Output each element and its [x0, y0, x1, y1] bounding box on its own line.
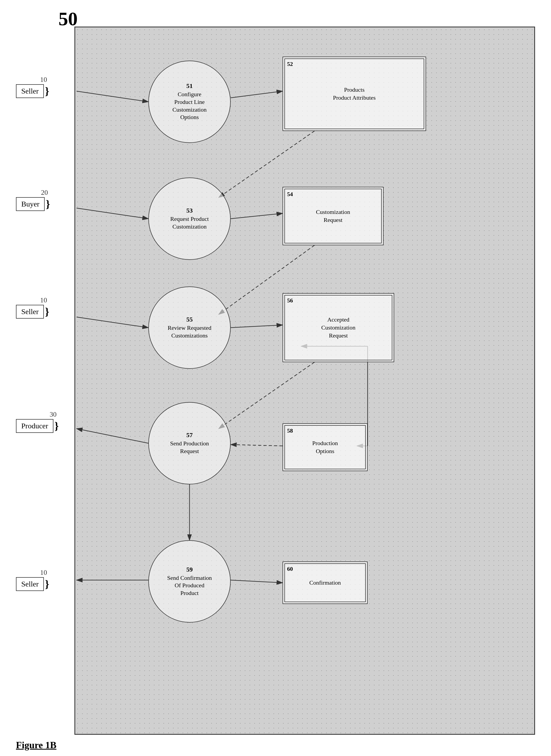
svg-line-11: [77, 429, 148, 443]
datastore-56-number: 56: [287, 297, 293, 304]
datastore-60-number: 60: [287, 566, 293, 572]
datastore-60: 60 Confirmation: [283, 562, 368, 604]
svg-line-12: [231, 445, 283, 446]
process-57: 57 Send ProductionRequest: [148, 402, 231, 485]
actor-producer-box: Producer: [16, 419, 53, 433]
process-59-label: Send ConfirmationOf ProducedProduct: [164, 574, 214, 597]
figure-caption: Figure 1B: [16, 740, 56, 751]
datastore-58-number: 58: [287, 427, 293, 434]
actor-seller1: 10 Seller }: [16, 76, 49, 98]
actor-seller2: 10 Seller }: [16, 296, 49, 318]
process-57-label: Send ProductionRequest: [167, 440, 211, 455]
actor-seller2-bracket: }: [45, 306, 49, 317]
datastore-58-label: ProductionOptions: [310, 439, 341, 455]
process-51: 51 ConfigureProduct LineCustomizationOpt…: [148, 61, 231, 143]
datastore-52-label: ProductsProduct Attributes: [331, 86, 379, 101]
process-53: 53 Request ProductCustomization: [148, 177, 231, 260]
actor-seller1-number: 10: [40, 76, 47, 84]
actor-seller2-number: 10: [40, 296, 47, 304]
actor-seller1-box: Seller: [16, 84, 44, 98]
datastore-52-number: 52: [287, 61, 293, 67]
datastore-58: 58 ProductionOptions: [283, 423, 368, 471]
svg-line-18: [231, 580, 283, 583]
svg-line-10: [219, 362, 315, 429]
actor-buyer-box: Buyer: [16, 197, 45, 211]
datastore-56: 56 AcceptedCustomizationRequest: [283, 293, 394, 362]
arrows-svg: [75, 27, 534, 734]
process-53-label: Request ProductCustomization: [168, 215, 211, 230]
process-55-number: 55: [186, 316, 193, 323]
actor-producer-number: 30: [50, 411, 57, 419]
process-59-number: 59: [186, 566, 193, 573]
svg-line-3: [231, 91, 283, 98]
process-53-number: 53: [186, 207, 193, 214]
actor-seller3-box: Seller: [16, 577, 44, 591]
process-51-number: 51: [186, 82, 193, 90]
diagram-container: 51 ConfigureProduct LineCustomizationOpt…: [74, 27, 535, 735]
process-55: 55 Review RequestedCustomizations: [148, 286, 231, 369]
svg-line-9: [231, 325, 283, 327]
svg-line-6: [231, 213, 283, 219]
datastore-54-label: CustomizationRequest: [314, 208, 353, 224]
actor-seller1-bracket: }: [45, 86, 49, 96]
actor-buyer: 20 Buyer }: [16, 189, 50, 211]
svg-line-8: [77, 317, 148, 327]
datastore-54: 54 CustomizationRequest: [283, 187, 384, 245]
process-55-label: Review RequestedCustomizations: [165, 324, 214, 339]
process-51-label: ConfigureProduct LineCustomizationOption…: [170, 91, 209, 121]
svg-line-2: [77, 91, 148, 102]
actor-seller3-number: 10: [40, 569, 47, 577]
actor-producer-bracket: }: [54, 421, 59, 431]
datastore-60-label: Confirmation: [307, 579, 344, 587]
actor-seller2-box: Seller: [16, 305, 44, 318]
process-57-number: 57: [186, 432, 193, 439]
datastore-54-number: 54: [287, 191, 293, 198]
actor-buyer-bracket: }: [46, 199, 50, 209]
datastore-56-label: AcceptedCustomizationRequest: [319, 316, 358, 339]
svg-line-5: [77, 208, 148, 219]
datastore-52: 52 ProductsProduct Attributes: [283, 57, 426, 131]
actor-buyer-number: 20: [41, 189, 48, 197]
actor-seller3-bracket: }: [45, 579, 49, 589]
actor-producer: 30 Producer }: [16, 411, 59, 433]
process-59: 59 Send ConfirmationOf ProducedProduct: [148, 540, 231, 623]
actor-seller3: 10 Seller }: [16, 569, 49, 591]
